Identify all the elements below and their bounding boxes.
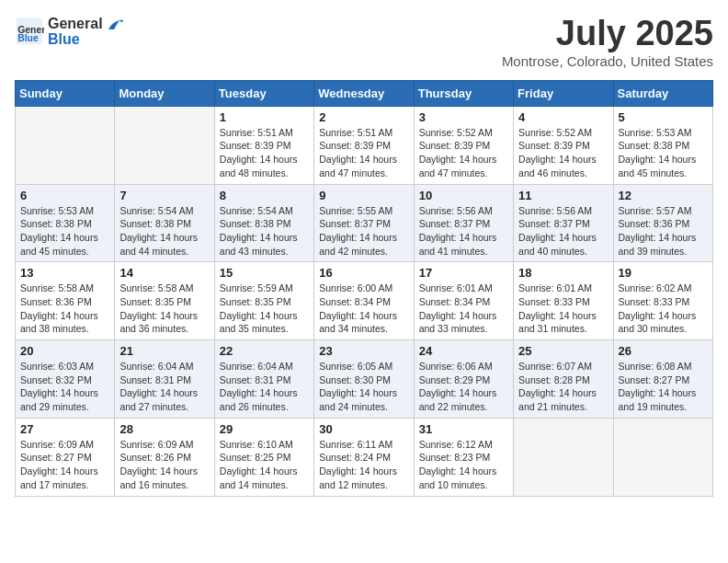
calendar-day-cell: 19Sunrise: 6:02 AM Sunset: 8:33 PM Dayli…	[613, 262, 712, 340]
calendar-week-row: 1Sunrise: 5:51 AM Sunset: 8:39 PM Daylig…	[16, 106, 713, 184]
day-number: 14	[119, 266, 209, 280]
day-of-week-header: Sunday	[16, 80, 115, 106]
calendar-day-cell: 15Sunrise: 5:59 AM Sunset: 8:35 PM Dayli…	[214, 262, 313, 340]
day-info: Sunrise: 6:03 AM Sunset: 8:32 PM Dayligh…	[20, 360, 109, 414]
calendar-day-cell	[613, 418, 712, 496]
title-block: July 2025 Montrose, Colorado, United Sta…	[502, 15, 713, 69]
calendar-day-cell: 23Sunrise: 6:05 AM Sunset: 8:30 PM Dayli…	[314, 340, 414, 419]
day-of-week-header: Thursday	[414, 80, 513, 106]
calendar-day-cell	[514, 418, 613, 496]
day-info: Sunrise: 6:04 AM Sunset: 8:31 PM Dayligh…	[119, 360, 209, 414]
calendar-day-cell: 5Sunrise: 5:53 AM Sunset: 8:38 PM Daylig…	[613, 106, 712, 184]
calendar-week-row: 20Sunrise: 6:03 AM Sunset: 8:32 PM Dayli…	[16, 340, 713, 419]
calendar-day-cell	[115, 106, 214, 184]
day-info: Sunrise: 6:07 AM Sunset: 8:28 PM Dayligh…	[518, 360, 608, 414]
calendar-day-cell: 18Sunrise: 6:01 AM Sunset: 8:33 PM Dayli…	[514, 262, 613, 340]
calendar-day-cell: 10Sunrise: 5:56 AM Sunset: 8:37 PM Dayli…	[414, 184, 513, 262]
day-info: Sunrise: 5:51 AM Sunset: 8:39 PM Dayligh…	[319, 126, 408, 180]
calendar-day-cell: 12Sunrise: 5:57 AM Sunset: 8:36 PM Dayli…	[613, 184, 712, 262]
calendar-table: SundayMondayTuesdayWednesdayThursdayFrid…	[15, 80, 713, 497]
day-number: 8	[220, 189, 309, 202]
day-number: 5	[619, 110, 708, 124]
day-info: Sunrise: 6:06 AM Sunset: 8:29 PM Dayligh…	[419, 360, 508, 414]
calendar-day-cell: 17Sunrise: 6:01 AM Sunset: 8:34 PM Dayli…	[414, 262, 513, 340]
day-info: Sunrise: 6:08 AM Sunset: 8:27 PM Dayligh…	[619, 360, 708, 414]
calendar-day-cell: 6Sunrise: 5:53 AM Sunset: 8:38 PM Daylig…	[16, 184, 115, 262]
day-info: Sunrise: 6:02 AM Sunset: 8:33 PM Dayligh…	[619, 282, 708, 336]
calendar-day-cell: 3Sunrise: 5:52 AM Sunset: 8:39 PM Daylig…	[414, 106, 513, 184]
calendar-day-cell: 8Sunrise: 5:54 AM Sunset: 8:38 PM Daylig…	[214, 184, 313, 262]
day-of-week-header: Tuesday	[214, 80, 313, 106]
location-label: Montrose, Colorado, United States	[502, 53, 713, 69]
day-number: 7	[119, 189, 209, 202]
day-info: Sunrise: 6:01 AM Sunset: 8:33 PM Dayligh…	[518, 282, 608, 336]
day-number: 2	[319, 110, 408, 124]
day-number: 4	[518, 110, 608, 124]
day-number: 20	[20, 344, 109, 358]
day-info: Sunrise: 6:01 AM Sunset: 8:34 PM Dayligh…	[419, 282, 508, 336]
day-info: Sunrise: 5:51 AM Sunset: 8:39 PM Dayligh…	[220, 126, 309, 180]
logo-blue: Blue	[48, 31, 123, 48]
day-number: 18	[518, 266, 608, 280]
logo-icon: General Blue	[15, 17, 44, 46]
day-info: Sunrise: 5:52 AM Sunset: 8:39 PM Dayligh…	[419, 126, 508, 180]
calendar-day-cell: 22Sunrise: 6:04 AM Sunset: 8:31 PM Dayli…	[214, 340, 313, 419]
calendar-day-cell: 9Sunrise: 5:55 AM Sunset: 8:37 PM Daylig…	[314, 184, 414, 262]
day-number: 21	[119, 344, 209, 358]
calendar-day-cell: 13Sunrise: 5:58 AM Sunset: 8:36 PM Dayli…	[16, 262, 115, 340]
calendar-day-cell: 11Sunrise: 5:56 AM Sunset: 8:37 PM Dayli…	[514, 184, 613, 262]
day-number: 30	[319, 422, 408, 436]
day-info: Sunrise: 6:04 AM Sunset: 8:31 PM Dayligh…	[220, 360, 309, 414]
day-number: 1	[220, 110, 309, 124]
day-number: 9	[319, 189, 408, 202]
calendar-week-row: 27Sunrise: 6:09 AM Sunset: 8:27 PM Dayli…	[16, 418, 713, 496]
day-info: Sunrise: 6:10 AM Sunset: 8:25 PM Dayligh…	[220, 438, 309, 492]
day-info: Sunrise: 6:12 AM Sunset: 8:23 PM Dayligh…	[419, 438, 508, 492]
day-number: 6	[20, 189, 109, 202]
day-number: 31	[419, 422, 508, 436]
calendar-day-cell: 20Sunrise: 6:03 AM Sunset: 8:32 PM Dayli…	[16, 340, 115, 419]
day-info: Sunrise: 5:58 AM Sunset: 8:36 PM Dayligh…	[20, 282, 109, 336]
day-info: Sunrise: 5:58 AM Sunset: 8:35 PM Dayligh…	[119, 282, 209, 336]
day-number: 29	[220, 422, 309, 436]
calendar-day-cell: 7Sunrise: 5:54 AM Sunset: 8:38 PM Daylig…	[115, 184, 214, 262]
day-of-week-header: Friday	[514, 80, 613, 106]
calendar-day-cell: 30Sunrise: 6:11 AM Sunset: 8:24 PM Dayli…	[314, 418, 414, 496]
calendar-day-cell: 24Sunrise: 6:06 AM Sunset: 8:29 PM Dayli…	[414, 340, 513, 419]
calendar-day-cell: 14Sunrise: 5:58 AM Sunset: 8:35 PM Dayli…	[115, 262, 214, 340]
calendar-day-cell: 25Sunrise: 6:07 AM Sunset: 8:28 PM Dayli…	[514, 340, 613, 419]
day-info: Sunrise: 5:54 AM Sunset: 8:38 PM Dayligh…	[220, 204, 309, 259]
day-number: 11	[518, 189, 608, 202]
logo-bird-icon	[107, 17, 123, 33]
day-info: Sunrise: 5:53 AM Sunset: 8:38 PM Dayligh…	[619, 126, 708, 180]
calendar-day-cell: 16Sunrise: 6:00 AM Sunset: 8:34 PM Dayli…	[314, 262, 414, 340]
calendar-day-cell: 27Sunrise: 6:09 AM Sunset: 8:27 PM Dayli…	[16, 418, 115, 496]
page-header: General Blue General Blue July 2025 Mont…	[15, 15, 713, 69]
svg-text:Blue: Blue	[17, 33, 39, 43]
day-info: Sunrise: 5:55 AM Sunset: 8:37 PM Dayligh…	[319, 204, 408, 259]
day-number: 25	[518, 344, 608, 358]
day-number: 12	[619, 189, 708, 202]
day-number: 16	[319, 266, 408, 280]
day-info: Sunrise: 5:53 AM Sunset: 8:38 PM Dayligh…	[20, 204, 109, 259]
day-of-week-header: Saturday	[613, 80, 712, 106]
calendar-day-cell: 4Sunrise: 5:52 AM Sunset: 8:39 PM Daylig…	[514, 106, 613, 184]
day-number: 22	[220, 344, 309, 358]
day-number: 23	[319, 344, 408, 358]
calendar-week-row: 13Sunrise: 5:58 AM Sunset: 8:36 PM Dayli…	[16, 262, 713, 340]
logo: General Blue General Blue	[15, 15, 123, 48]
day-info: Sunrise: 6:11 AM Sunset: 8:24 PM Dayligh…	[319, 438, 408, 492]
day-number: 3	[419, 110, 508, 124]
calendar-day-cell: 2Sunrise: 5:51 AM Sunset: 8:39 PM Daylig…	[314, 106, 414, 184]
day-info: Sunrise: 5:54 AM Sunset: 8:38 PM Dayligh…	[119, 204, 209, 259]
day-info: Sunrise: 6:09 AM Sunset: 8:27 PM Dayligh…	[20, 438, 109, 492]
calendar-day-cell: 21Sunrise: 6:04 AM Sunset: 8:31 PM Dayli…	[115, 340, 214, 419]
day-info: Sunrise: 6:00 AM Sunset: 8:34 PM Dayligh…	[319, 282, 408, 336]
calendar-day-cell: 1Sunrise: 5:51 AM Sunset: 8:39 PM Daylig…	[214, 106, 313, 184]
day-number: 19	[619, 266, 708, 280]
day-number: 10	[419, 189, 508, 202]
day-number: 15	[220, 266, 309, 280]
calendar-day-cell: 26Sunrise: 6:08 AM Sunset: 8:27 PM Dayli…	[613, 340, 712, 419]
day-info: Sunrise: 6:05 AM Sunset: 8:30 PM Dayligh…	[319, 360, 408, 414]
day-info: Sunrise: 5:52 AM Sunset: 8:39 PM Dayligh…	[518, 126, 608, 180]
